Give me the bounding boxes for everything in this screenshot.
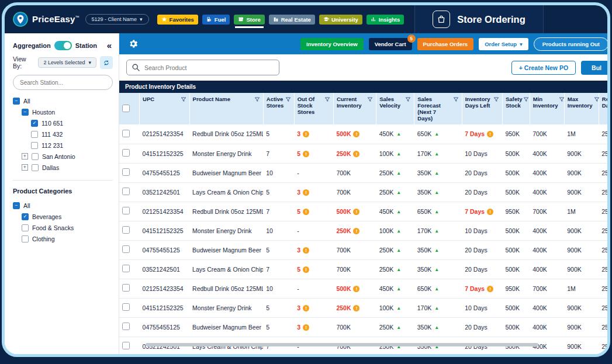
cell-inventory-days-left: 20 Days	[462, 259, 502, 279]
station-dallas[interactable]: +Dallas	[13, 162, 113, 173]
column-header-active-stores[interactable]: Active Stores	[263, 93, 294, 124]
checkbox[interactable]: ✓	[22, 213, 29, 220]
checkbox[interactable]	[31, 142, 38, 149]
table-title: Product Inventory Details	[119, 81, 607, 93]
nav-favorites[interactable]: Favorites	[157, 15, 198, 25]
checkbox[interactable]	[22, 235, 29, 242]
row-checkbox[interactable]	[122, 245, 130, 253]
table-row[interactable]: 04755455125Budweiser Magnum Beer10-700K2…	[119, 163, 607, 182]
view-by-select[interactable]: 2 Levels Selected ▾	[38, 57, 96, 68]
filter-icon[interactable]	[254, 96, 260, 102]
row-checkbox[interactable]	[122, 168, 130, 176]
row-checkbox[interactable]	[122, 149, 130, 157]
products-running-out-button[interactable]: Products running Out	[534, 37, 607, 51]
scrollbar-thumb[interactable]	[146, 343, 538, 346]
column-header-sales-forecast-next-7-days[interactable]: Sales Forecast (Next 7 Days)	[414, 93, 462, 124]
checkbox[interactable]: −	[13, 98, 20, 105]
table-row[interactable]: 021251423354Redbull Drink 05oz 125ML75!5…	[119, 202, 607, 221]
checkbox[interactable]	[22, 224, 29, 231]
settings-gear-icon[interactable]	[126, 37, 140, 51]
table-row[interactable]: 021251423354Redbull Drink 05oz 125ML10-5…	[119, 279, 607, 298]
table-row[interactable]: 04755455125Budweiser Magnum Beer53!700K2…	[119, 240, 607, 259]
column-header-product-name[interactable]: Product Name	[189, 93, 263, 124]
row-checkbox[interactable]	[122, 284, 130, 292]
vendor-cart-button[interactable]: Vendor Cart 5	[369, 38, 412, 50]
station-111-432[interactable]: 111 432	[13, 129, 113, 140]
expander-icon[interactable]: +	[22, 164, 28, 171]
nav-real-estate[interactable]: Real Estate	[269, 15, 315, 25]
row-checkbox[interactable]	[122, 323, 130, 330]
cell-max-inventory: 900K	[564, 337, 599, 354]
checkbox[interactable]	[31, 131, 38, 138]
checkbox[interactable]	[32, 164, 39, 171]
filter-icon[interactable]	[493, 96, 499, 102]
expander-icon[interactable]: +	[22, 153, 28, 160]
table-row[interactable]: 03521242501Lays Cream & Onion Chips75!70…	[119, 259, 607, 279]
category-beverages[interactable]: ✓Beverages	[13, 211, 113, 222]
station-all[interactable]: −All	[13, 95, 113, 106]
nav-fuel[interactable]: Fuel	[202, 15, 230, 25]
nav-insights[interactable]: Insights	[366, 15, 404, 25]
checkbox[interactable]: −	[13, 202, 20, 209]
row-checkbox[interactable]	[122, 188, 130, 195]
filter-icon[interactable]	[285, 96, 291, 102]
checkbox[interactable]	[32, 153, 39, 160]
table-row[interactable]: 041512152325Monster Energy Drink75!250K!…	[119, 144, 607, 163]
station-san-antonio[interactable]: +San Antonio	[13, 151, 113, 162]
filter-icon[interactable]	[181, 96, 186, 102]
table-row[interactable]: 021251423354Redbull Drink 05oz 125ML53!5…	[119, 124, 607, 144]
order-setup-button[interactable]: Order Setup ▾	[479, 38, 528, 50]
checkbox[interactable]: −	[22, 109, 29, 116]
category-food-snacks[interactable]: Food & Snacks	[13, 222, 113, 233]
station-houston[interactable]: −Houston	[13, 106, 113, 117]
column-header-inventory-days-left[interactable]: Inventory Days Left	[462, 93, 502, 124]
filter-icon[interactable]	[559, 96, 565, 102]
cell-sales-velocity: 100K▲	[376, 144, 414, 163]
station-search-input[interactable]	[13, 75, 113, 90]
row-checkbox[interactable]	[122, 265, 130, 272]
filter-icon[interactable]	[453, 96, 459, 102]
table-row[interactable]: 041512152325Monster Energy Drink53!250K!…	[119, 298, 607, 317]
station-110-651[interactable]: ✓110 651	[13, 117, 113, 129]
nav-store[interactable]: Store	[234, 15, 264, 25]
row-checkbox[interactable]	[122, 342, 130, 349]
station-112-231[interactable]: 112 231	[13, 140, 113, 151]
filter-icon[interactable]	[523, 96, 529, 102]
collapse-sidebar-icon[interactable]: «	[106, 40, 113, 50]
row-checkbox[interactable]	[122, 303, 130, 311]
table-row[interactable]: 041512152325Monster Energy Drink10-250K!…	[119, 221, 607, 240]
column-header-min-inventory[interactable]: Min Inventory	[530, 93, 564, 124]
column-header-max-inventory[interactable]: Max Inventory	[564, 93, 599, 124]
row-checkbox[interactable]	[122, 207, 130, 214]
warning-icon: !	[303, 151, 309, 157]
bulk-button[interactable]: Bul	[581, 61, 607, 75]
select-all-checkbox[interactable]	[122, 105, 130, 112]
inventory-overview-button[interactable]: Inventory Overview	[300, 38, 364, 50]
nav-university[interactable]: University	[319, 15, 362, 25]
purchase-orders-button[interactable]: Purchase Orders	[417, 38, 474, 50]
cell-max-inventory: 900K	[564, 259, 599, 279]
category-all[interactable]: −All	[13, 200, 113, 211]
column-header-sales-velocity[interactable]: Sales Velocity	[376, 93, 414, 124]
checkbox[interactable]: ✓	[31, 120, 38, 127]
refresh-button[interactable]	[100, 56, 113, 69]
top-navigation-bar: PriceEasy™ 5129 - Client Name ▾ Favorite…	[5, 5, 607, 33]
column-header-reorder-date[interactable]: Reorder Date	[599, 93, 607, 124]
client-selector[interactable]: 5129 - Client Name ▾	[85, 14, 149, 25]
aggregation-toggle[interactable]	[54, 41, 72, 50]
column-header-out-of-stock-stores[interactable]: Out Of Stock Stores	[294, 93, 333, 124]
column-header-safety-stock[interactable]: Safety Stock	[502, 93, 530, 124]
filter-icon[interactable]	[594, 96, 600, 102]
filter-icon[interactable]	[405, 96, 411, 102]
filter-icon[interactable]	[367, 96, 373, 102]
row-checkbox[interactable]	[122, 130, 130, 137]
table-row[interactable]: 03521242501Lays Cream & Onion Chips53!70…	[119, 182, 607, 202]
column-header-upc[interactable]: UPC	[140, 93, 189, 124]
create-new-po-button[interactable]: + Create New PO	[511, 61, 576, 75]
table-row[interactable]: 04755455125Budweiser Magnum Beer53!700K2…	[119, 317, 607, 337]
column-header-current-inventory[interactable]: Current Inventory	[333, 93, 376, 124]
row-checkbox[interactable]	[122, 226, 130, 234]
category-clothing[interactable]: Clothing	[13, 233, 113, 244]
filter-icon[interactable]	[324, 96, 330, 102]
product-search-input[interactable]	[126, 60, 279, 75]
